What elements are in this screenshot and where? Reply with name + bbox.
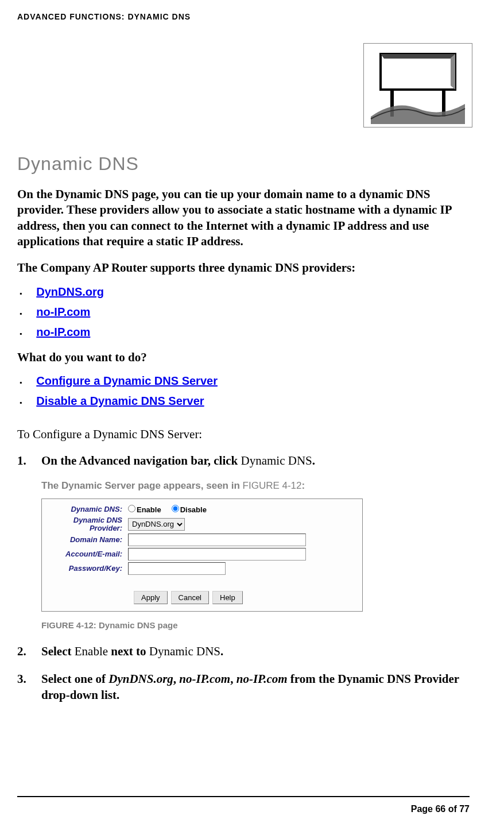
billboard-icon <box>366 47 470 124</box>
page-footer: Page 66 of 77 <box>17 796 470 816</box>
input-account[interactable] <box>128 548 306 561</box>
list-item: Disable a Dynamic DNS Server <box>17 393 487 409</box>
label-account: Account/E-mail: <box>48 550 128 559</box>
list-item: no-IP.com <box>17 304 487 320</box>
list-item: no-IP.com <box>17 324 487 340</box>
radio-disable[interactable] <box>172 505 179 512</box>
radio-enable-label[interactable]: Enable <box>128 505 161 515</box>
list-item: DynDNS.org <box>17 284 487 300</box>
label-password: Password/Key: <box>48 565 128 573</box>
provider-link-noip-1[interactable]: no-IP.com <box>36 304 90 320</box>
radio-enable[interactable] <box>128 505 135 512</box>
provider-link-noip-2[interactable]: no-IP.com <box>36 324 90 340</box>
step-number: 3. <box>17 671 26 687</box>
apply-button[interactable]: Apply <box>134 591 168 604</box>
select-provider[interactable]: DynDNS.org <box>128 518 185 531</box>
question-paragraph: What do you want to do? <box>17 349 487 365</box>
label-domain: Domain Name: <box>48 536 128 544</box>
list-item: Configure a Dynamic DNS Server <box>17 373 487 389</box>
action-link-configure[interactable]: Configure a Dynamic DNS Server <box>36 373 218 389</box>
step-3: 3. Select one of DynDNS.org, no-IP.com, … <box>41 671 487 704</box>
action-link-disable[interactable]: Disable a Dynamic DNS Server <box>36 393 204 409</box>
help-button[interactable]: Help <box>212 591 243 604</box>
intro-paragraph: On the Dynamic DNS page, you can tie up … <box>17 187 453 249</box>
step-text: On the Advanced navigation bar, click <box>41 454 241 467</box>
label-dynamic-dns: Dynamic DNS: <box>48 505 128 514</box>
result-note: The Dynamic Server page appears, seen in… <box>41 480 487 493</box>
supports-paragraph: The Company AP Router supports three dyn… <box>17 260 487 276</box>
step-suffix: . <box>312 454 315 467</box>
section-icon-billboard <box>363 43 472 127</box>
cancel-button[interactable]: Cancel <box>171 591 209 604</box>
provider-link-dyndns[interactable]: DynDNS.org <box>36 284 104 300</box>
step-target: Dynamic DNS <box>241 454 312 467</box>
action-list: Configure a Dynamic DNS Server Disable a… <box>17 373 487 409</box>
input-domain[interactable] <box>128 534 306 546</box>
steps-list: 1. On the Advanced navigation bar, click… <box>17 453 487 703</box>
figure-caption: FIGURE 4-12: Dynamic DNS page <box>41 620 487 631</box>
radio-disable-label[interactable]: Disable <box>172 505 207 515</box>
section-title: Dynamic DNS <box>17 152 487 176</box>
figure-4-12: Dynamic DNS: Enable Disable Dynamic DNSP… <box>41 498 363 612</box>
input-password[interactable] <box>128 562 226 575</box>
page-number: Page 66 of 77 <box>411 804 470 814</box>
svg-marker-2 <box>381 54 455 59</box>
step-1: 1. On the Advanced navigation bar, click… <box>41 453 487 631</box>
step-number: 2. <box>17 643 26 659</box>
step-2: 2. Select Enable next to Dynamic DNS. <box>41 643 487 659</box>
figure-ref: FIGURE 4-12 <box>243 480 302 491</box>
provider-list: DynDNS.org no-IP.com no-IP.com <box>17 284 487 340</box>
header-breadcrumb: ADVANCED FUNCTIONS: DYNAMIC DNS <box>17 11 487 22</box>
step-number: 1. <box>17 453 26 469</box>
configure-heading: To Configure a Dynamic DNS Server: <box>17 426 487 442</box>
label-provider: Dynamic DNSProvider: <box>48 516 128 532</box>
svg-marker-3 <box>451 54 455 90</box>
